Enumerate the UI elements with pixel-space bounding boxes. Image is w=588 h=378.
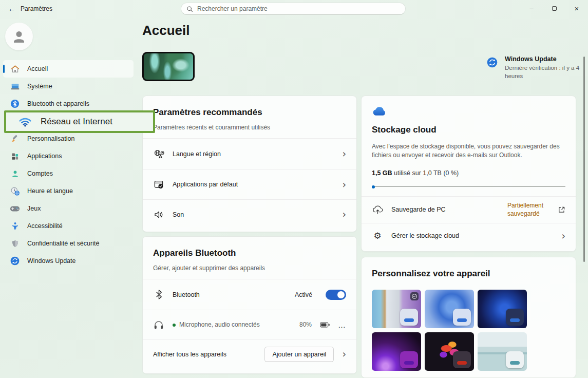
language-region-icon [153,148,164,160]
pc-backup-row[interactable]: Sauvegarde de PC Partiellement sauvegard… [362,196,576,223]
theme-preview-card [453,309,471,326]
windows-update-icon [10,256,20,266]
sidebar-item-comptes[interactable]: Comptes [3,165,134,182]
sound-icon [153,209,164,220]
card-title: Stockage cloud [372,125,565,135]
search-input[interactable] [197,5,400,12]
card-title: Appareils Bluetooth [153,248,346,258]
theme-thumbnail-bloom-light[interactable] [425,290,474,328]
devices-footer-row: Afficher tous les appareils Ajouter un a… [143,339,356,369]
search-box[interactable] [181,3,406,15]
more-options-button[interactable]: … [338,320,346,329]
chevron-right-icon: › [342,349,346,359]
sidebar-item-windows-update[interactable]: Windows Update [3,252,134,270]
chevron-right-icon: › [561,231,565,241]
storage-usage: 1,5 GB utilisé sur 1,0 TB (0 %) [372,169,565,177]
accent-pill [510,361,520,365]
gear-icon: ⚙ [372,230,383,241]
default-apps-icon [153,179,164,190]
accent-pill [457,318,467,322]
battery-icon [320,322,330,328]
headphones-icon [153,319,164,330]
connected-status-dot [173,324,176,327]
sidebar-item-accessibilite[interactable]: Accessibilité [3,217,134,235]
cloud-description: Avec l'espace de stockage disponible, vo… [372,142,568,160]
settings-window: ← Paramètres – × Accueil Système B [0,0,588,378]
personalize-device-card: Personnalisez votre appareil [361,257,576,378]
minimize-button[interactable]: – [520,0,543,16]
theme-thumbnail-spotlight-blossom[interactable] [372,290,421,328]
windows-update-icon [487,57,498,80]
recommended-settings-card: Paramètres recommandés Paramètres récent… [142,96,357,232]
chevron-right-icon: › [342,180,346,190]
theme-preview-card [453,351,471,368]
back-button[interactable]: ← [4,1,20,15]
card-subtitle: Paramètres récents et couramment utilisé… [153,124,346,131]
toggle-state-label: Activé [295,291,312,298]
avatar[interactable] [5,23,33,50]
theme-thumbnail-dark-flower[interactable] [425,332,474,371]
bluetooth-toggle[interactable] [326,290,346,300]
sidebar-item-jeux[interactable]: Jeux [3,200,134,217]
add-device-button[interactable]: Ajouter un appareil [264,347,334,362]
external-link-icon [558,206,565,214]
accent-pill [404,361,414,365]
card-subtitle: Gérer, ajouter et supprimer des appareil… [153,264,346,272]
accent-pill [457,361,467,365]
sidebar-nav: Accueil Système Bluetooth et appareils R… [3,60,134,270]
sidebar-item-confidentialite-et-securite[interactable]: Confidentialité et sécurité [3,235,134,252]
settings-row-son[interactable]: Son › [143,199,356,229]
gamepad-icon [10,203,20,214]
annotation-highlight-reseau-et-internet[interactable]: Réseau et Internet [4,110,155,133]
search-icon [186,6,193,12]
wifi-icon [18,117,32,127]
bluetooth-toggle-row: Bluetooth Activé [143,279,356,310]
sidebar-item-applications[interactable]: Applications [3,147,134,165]
accounts-icon [10,168,20,179]
sidebar-item-accueil[interactable]: Accueil [3,60,134,78]
person-icon [11,29,27,44]
card-title: Personnalisez votre appareil [372,269,565,279]
cloud-storage-card: Stockage cloud Avec l'espace de stockage… [361,96,576,252]
cloud-backup-icon [372,204,383,215]
sidebar-item-heure-et-langue[interactable]: Heure et langue [3,182,134,200]
update-status-detail: Dernière vérification : il y a 4 heures [505,64,582,80]
storage-progress-bar [372,185,566,188]
battery-level: 80% [299,321,312,328]
card-title: Paramètres recommandés [153,107,346,118]
accent-pill [510,318,520,322]
vertical-scrollbar[interactable] [583,56,585,262]
close-button[interactable]: × [565,0,588,16]
settings-row-langue-et-region[interactable]: Langue et région › [143,138,356,169]
maximize-button[interactable] [543,0,565,16]
manage-cloud-storage-row[interactable]: ⚙ Gérer le stockage cloud › [362,223,576,249]
home-icon [10,64,20,74]
theme-preview-card [506,351,524,368]
bluetooth-devices-card: Appareils Bluetooth Gérer, ajouter et su… [142,236,357,374]
sidebar-item-systeme[interactable]: Système [3,78,134,95]
annotation-label: Réseau et Internet [41,117,112,127]
spotlight-icon [410,292,419,300]
accent-pill [404,318,414,322]
bluetooth-icon [10,99,20,109]
update-status-title: Windows Update [505,55,582,63]
backup-status-text: Partiellement sauvegardé [507,201,549,218]
page-title: Accueil [142,23,190,39]
theme-preview-card [400,309,418,326]
theme-grid [372,290,527,371]
connected-device-row[interactable]: Microphone, audio connectés 80% … [143,310,356,339]
personalization-brush-icon [10,134,20,144]
chevron-right-icon: › [342,210,346,219]
theme-thumbnail-bloom-dark[interactable] [478,290,527,328]
theme-thumbnail-light-landscape[interactable] [478,332,527,371]
settings-row-applications-par-defaut[interactable]: Applications par défaut › [143,169,356,199]
theme-preview-card [400,351,418,368]
titlebar: ← Paramètres – × [0,0,588,16]
theme-thumbnail-purple-glow[interactable] [372,332,421,371]
show-all-devices-link[interactable]: Afficher tous les appareils [153,351,256,358]
sidebar-item-bluetooth-et-appareils[interactable]: Bluetooth et appareils [3,95,134,112]
theme-preview-card [506,309,524,326]
device-wallpaper-thumbnail [142,52,195,81]
back-arrow-icon: ← [8,4,16,13]
windows-update-status[interactable]: Windows Update Dernière vérification : i… [487,55,582,80]
